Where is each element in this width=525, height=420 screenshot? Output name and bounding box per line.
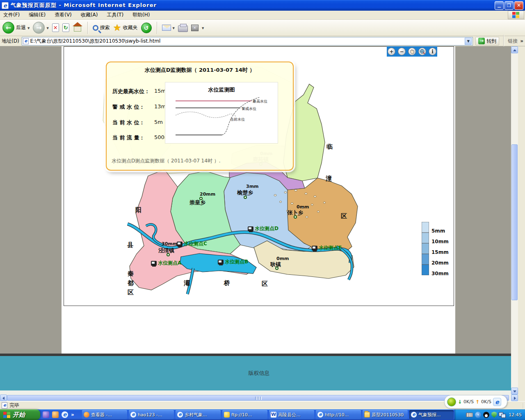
- map-tools-bar: [387, 46, 437, 57]
- download-arrow-icon: [458, 399, 462, 405]
- 360-safety-icon[interactable]: [447, 397, 456, 406]
- menu-tools[interactable]: 工具(T): [107, 11, 123, 18]
- taskbar-task-ftp[interactable]: ftp://10...: [222, 410, 267, 419]
- taskbar-task-http[interactable]: http://10...: [316, 410, 361, 419]
- tray-collapse-icon[interactable]: [475, 412, 481, 418]
- ie-quick-icon[interactable]: [62, 411, 68, 418]
- address-input[interactable]: E:\气象台\原型20110530\原型20110530\swyb-list.h…: [22, 37, 473, 46]
- stop-button[interactable]: [52, 23, 59, 32]
- addressbar-separator: [503, 35, 504, 47]
- minimize-button[interactable]: [495, 1, 504, 10]
- close-button[interactable]: [514, 1, 523, 10]
- start-button[interactable]: 开始: [0, 409, 40, 420]
- menu-view[interactable]: 查看(V): [55, 11, 72, 18]
- browser-quick-icon[interactable]: [52, 411, 59, 418]
- edit-icon: [191, 25, 199, 31]
- print-button[interactable]: [178, 24, 188, 32]
- neighbor-label: 都: [128, 279, 134, 287]
- security-shield-icon[interactable]: [491, 412, 497, 418]
- taskbar-task-word[interactable]: 高陵县公...: [269, 410, 314, 419]
- home-button[interactable]: [73, 23, 82, 33]
- scroll-left-button[interactable]: [0, 395, 7, 401]
- neighbor-label: 县: [127, 241, 133, 249]
- horizontal-scrollbar[interactable]: [0, 395, 518, 401]
- quicklaunch-chevron-icon[interactable]: [71, 412, 74, 418]
- upload-speed: 0K/S: [481, 399, 491, 404]
- toolbar-dropdown-icon[interactable]: [202, 26, 204, 30]
- forward-icon: [33, 22, 45, 34]
- mail-button[interactable]: [162, 25, 175, 31]
- window-title: 气象预报页面原型 - Microsoft Internet Explorer: [11, 2, 494, 9]
- search-button[interactable]: 搜索: [93, 24, 110, 31]
- neighbor-label: 阳: [135, 206, 142, 214]
- menu-favorites[interactable]: 收藏(A): [81, 11, 98, 18]
- rain-legend: 5mm 10mm 15mm 20mm 30mm: [422, 222, 450, 275]
- taskbar-task-weather[interactable]: 乡村气象...: [176, 410, 221, 419]
- scroll-up-button[interactable]: [511, 46, 518, 53]
- favorites-button[interactable]: 收藏夹: [113, 23, 138, 33]
- max-level-label: 最高水位: [252, 99, 267, 103]
- legend-swatch: [422, 265, 429, 275]
- info-icon[interactable]: [429, 48, 436, 55]
- back-dropdown-icon[interactable]: [27, 26, 30, 30]
- refresh-button[interactable]: [62, 23, 69, 32]
- monitor-icon: [151, 261, 157, 266]
- forward-dropdown-icon[interactable]: [46, 26, 48, 30]
- rain-value: 20mm: [200, 192, 215, 197]
- viewer-icon: [84, 412, 89, 418]
- net-speed-widget[interactable]: 0K/S 0K/S: [444, 395, 507, 409]
- status-text: 完毕: [9, 402, 19, 409]
- taskbar-task-hao123[interactable]: hao123 -...: [129, 410, 174, 419]
- restore-button[interactable]: [504, 1, 514, 10]
- taskbar-task-folder[interactable]: 原型20110530: [363, 410, 408, 419]
- search-icon: [93, 25, 98, 31]
- vertical-scrollbar[interactable]: [511, 46, 518, 395]
- zoom-out-icon[interactable]: [398, 48, 406, 55]
- go-button[interactable]: 转到: [475, 37, 499, 46]
- forward-button[interactable]: [33, 22, 48, 34]
- water-station-a[interactable]: 水位测点A: [151, 260, 181, 267]
- horizontal-scroll-thumb[interactable]: [7, 395, 509, 401]
- download-speed: 0K/S: [463, 399, 474, 404]
- address-label: 地址(D): [2, 38, 19, 45]
- edit-button[interactable]: [191, 25, 199, 31]
- links-chevron-icon[interactable]: [520, 38, 523, 44]
- monitor-icon: [218, 260, 224, 265]
- monitor-icon: [312, 246, 317, 251]
- history-button[interactable]: [141, 23, 152, 33]
- taskbar-task-viewer[interactable]: 查看器 -...: [82, 410, 127, 419]
- water-station-c[interactable]: 水位测点C: [177, 240, 207, 247]
- keyboard-layout-icon[interactable]: [466, 413, 473, 417]
- water-station-e[interactable]: 水位测点E: [312, 244, 342, 251]
- neighbor-label: 区: [341, 212, 347, 220]
- zoom-in-icon[interactable]: [388, 48, 395, 55]
- menu-file[interactable]: 文件(F): [3, 11, 20, 18]
- back-button[interactable]: 后退: [2, 22, 30, 34]
- legend-row: 10mm: [422, 233, 450, 243]
- ie-shortcut-icon[interactable]: [493, 398, 501, 406]
- links-label[interactable]: 链接: [508, 38, 518, 45]
- station-d-popup[interactable]: 水位测点D监测数据（ 2011-03-07 14时 ） 历史最高水位： 15m …: [106, 62, 294, 171]
- refresh-icon: [62, 23, 69, 32]
- address-bar: 地址(D) E:\气象台\原型20110530\原型20110530\swyb-…: [0, 36, 525, 46]
- messenger-icon[interactable]: [43, 411, 49, 418]
- legend-swatch: [422, 243, 429, 254]
- menu-help[interactable]: 帮助(H): [132, 11, 150, 18]
- network-icon[interactable]: [499, 412, 505, 418]
- taskbar-task-active[interactable]: 气象预报...: [409, 410, 454, 419]
- world-search-icon[interactable]: [418, 48, 426, 55]
- scroll-down-button[interactable]: [511, 388, 518, 395]
- ie-logo-icon: e: [2, 2, 9, 9]
- address-dropdown-icon[interactable]: [465, 38, 472, 45]
- vertical-scroll-thumb[interactable]: [511, 144, 518, 300]
- tray-clock: 12:45: [509, 412, 522, 418]
- scroll-right-button[interactable]: [511, 395, 518, 401]
- qq-icon[interactable]: [483, 412, 489, 418]
- menu-edit[interactable]: 编辑(E): [29, 11, 46, 18]
- home-icon: [73, 25, 82, 33]
- pan-hand-icon[interactable]: [408, 48, 416, 55]
- water-station-b[interactable]: 水位测点B: [218, 258, 248, 265]
- town-label: 崇皇乡: [189, 199, 205, 206]
- water-station-d[interactable]: 水位测点D: [248, 225, 278, 232]
- mail-dropdown-icon[interactable]: [173, 26, 175, 30]
